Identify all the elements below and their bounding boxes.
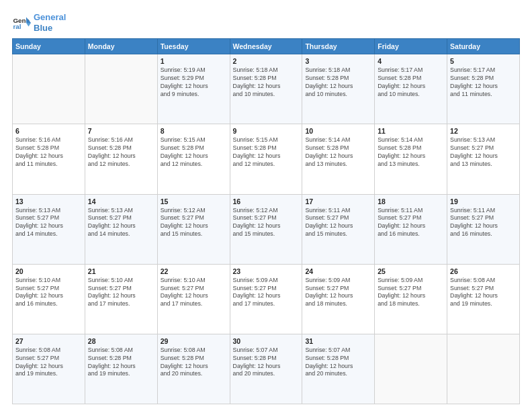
day-info: Sunrise: 5:10 AM Sunset: 5:27 PM Dayligh… <box>15 277 82 309</box>
calendar-cell: 30Sunrise: 5:07 AM Sunset: 5:28 PM Dayli… <box>230 334 302 404</box>
day-number: 22 <box>161 267 227 275</box>
calendar-cell: 6Sunrise: 5:16 AM Sunset: 5:28 PM Daylig… <box>13 124 85 194</box>
day-number: 23 <box>233 267 300 275</box>
calendar-cell <box>447 334 520 404</box>
logo-general: General <box>34 12 66 22</box>
day-info: Sunrise: 5:08 AM Sunset: 5:28 PM Dayligh… <box>161 347 227 379</box>
calendar-cell: 11Sunrise: 5:14 AM Sunset: 5:28 PM Dayli… <box>375 124 447 194</box>
calendar-cell <box>375 334 447 404</box>
day-number: 26 <box>450 267 517 275</box>
day-number: 31 <box>305 337 371 345</box>
day-info: Sunrise: 5:14 AM Sunset: 5:28 PM Dayligh… <box>378 136 444 169</box>
logo-icon: Gene ral <box>12 13 31 32</box>
calendar-cell: 7Sunrise: 5:16 AM Sunset: 5:28 PM Daylig… <box>85 124 157 194</box>
logo-text: General Blue <box>34 12 66 33</box>
logo-blue: Blue <box>34 23 52 33</box>
calendar-cell: 2Sunrise: 5:18 AM Sunset: 5:28 PM Daylig… <box>230 54 302 124</box>
day-info: Sunrise: 5:12 AM Sunset: 5:27 PM Dayligh… <box>233 207 300 239</box>
calendar-cell: 3Sunrise: 5:18 AM Sunset: 5:28 PM Daylig… <box>302 54 375 124</box>
day-number: 11 <box>378 127 444 135</box>
day-info: Sunrise: 5:08 AM Sunset: 5:27 PM Dayligh… <box>450 277 517 309</box>
calendar-cell: 10Sunrise: 5:14 AM Sunset: 5:28 PM Dayli… <box>302 124 375 194</box>
calendar-cell: 27Sunrise: 5:08 AM Sunset: 5:27 PM Dayli… <box>13 334 85 404</box>
day-number: 10 <box>305 127 371 135</box>
day-info: Sunrise: 5:12 AM Sunset: 5:27 PM Dayligh… <box>161 207 227 239</box>
svg-marker-3 <box>26 23 31 27</box>
day-info: Sunrise: 5:16 AM Sunset: 5:28 PM Dayligh… <box>15 136 82 169</box>
day-info: Sunrise: 5:15 AM Sunset: 5:28 PM Dayligh… <box>233 136 300 169</box>
day-number: 18 <box>378 197 444 205</box>
calendar-cell: 15Sunrise: 5:12 AM Sunset: 5:27 PM Dayli… <box>157 194 230 264</box>
calendar-cell: 22Sunrise: 5:10 AM Sunset: 5:27 PM Dayli… <box>157 264 230 334</box>
weekday-header-tuesday: Tuesday <box>157 39 230 54</box>
calendar-cell: 18Sunrise: 5:11 AM Sunset: 5:27 PM Dayli… <box>375 194 447 264</box>
day-info: Sunrise: 5:09 AM Sunset: 5:27 PM Dayligh… <box>305 277 371 309</box>
day-number: 6 <box>15 127 82 135</box>
day-number: 7 <box>88 127 154 135</box>
calendar-cell: 8Sunrise: 5:15 AM Sunset: 5:28 PM Daylig… <box>157 124 230 194</box>
day-info: Sunrise: 5:17 AM Sunset: 5:28 PM Dayligh… <box>450 66 517 99</box>
calendar-body: 1Sunrise: 5:19 AM Sunset: 5:29 PM Daylig… <box>13 54 520 404</box>
week-row: 20Sunrise: 5:10 AM Sunset: 5:27 PM Dayli… <box>13 264 520 334</box>
day-info: Sunrise: 5:08 AM Sunset: 5:28 PM Dayligh… <box>88 347 154 379</box>
day-number: 9 <box>233 127 300 135</box>
weekday-header-sunday: Sunday <box>13 39 85 54</box>
day-info: Sunrise: 5:16 AM Sunset: 5:28 PM Dayligh… <box>88 136 154 169</box>
calendar-cell: 4Sunrise: 5:17 AM Sunset: 5:28 PM Daylig… <box>375 54 447 124</box>
day-number: 15 <box>161 197 227 205</box>
calendar-cell: 24Sunrise: 5:09 AM Sunset: 5:27 PM Dayli… <box>302 264 375 334</box>
calendar-cell: 21Sunrise: 5:10 AM Sunset: 5:27 PM Dayli… <box>85 264 157 334</box>
day-info: Sunrise: 5:10 AM Sunset: 5:27 PM Dayligh… <box>161 277 227 309</box>
svg-text:ral: ral <box>13 23 21 30</box>
day-number: 8 <box>161 127 227 135</box>
calendar-cell: 28Sunrise: 5:08 AM Sunset: 5:28 PM Dayli… <box>85 334 157 404</box>
calendar-header: SundayMondayTuesdayWednesdayThursdayFrid… <box>13 39 520 54</box>
day-info: Sunrise: 5:18 AM Sunset: 5:28 PM Dayligh… <box>233 66 300 99</box>
logo: Gene ral General Blue <box>12 12 66 33</box>
calendar-cell: 25Sunrise: 5:09 AM Sunset: 5:27 PM Dayli… <box>375 264 447 334</box>
calendar-cell: 29Sunrise: 5:08 AM Sunset: 5:28 PM Dayli… <box>157 334 230 404</box>
calendar: SundayMondayTuesdayWednesdayThursdayFrid… <box>12 38 520 404</box>
day-number: 17 <box>305 197 371 205</box>
calendar-cell: 23Sunrise: 5:09 AM Sunset: 5:27 PM Dayli… <box>230 264 302 334</box>
day-number: 27 <box>15 337 82 345</box>
day-info: Sunrise: 5:07 AM Sunset: 5:28 PM Dayligh… <box>305 347 371 379</box>
week-row: 1Sunrise: 5:19 AM Sunset: 5:29 PM Daylig… <box>13 54 520 124</box>
calendar-cell: 17Sunrise: 5:11 AM Sunset: 5:27 PM Dayli… <box>302 194 375 264</box>
day-info: Sunrise: 5:09 AM Sunset: 5:27 PM Dayligh… <box>378 277 444 309</box>
calendar-cell: 16Sunrise: 5:12 AM Sunset: 5:27 PM Dayli… <box>230 194 302 264</box>
day-number: 30 <box>233 337 300 345</box>
day-info: Sunrise: 5:13 AM Sunset: 5:27 PM Dayligh… <box>450 136 517 169</box>
day-number: 24 <box>305 267 371 275</box>
day-info: Sunrise: 5:17 AM Sunset: 5:28 PM Dayligh… <box>378 66 444 99</box>
day-info: Sunrise: 5:13 AM Sunset: 5:27 PM Dayligh… <box>88 207 154 239</box>
day-info: Sunrise: 5:13 AM Sunset: 5:27 PM Dayligh… <box>15 207 82 239</box>
day-number: 12 <box>450 127 517 135</box>
header: Gene ral General Blue <box>12 12 520 33</box>
calendar-cell: 20Sunrise: 5:10 AM Sunset: 5:27 PM Dayli… <box>13 264 85 334</box>
day-info: Sunrise: 5:11 AM Sunset: 5:27 PM Dayligh… <box>305 207 371 239</box>
calendar-cell <box>13 54 85 124</box>
day-info: Sunrise: 5:14 AM Sunset: 5:28 PM Dayligh… <box>305 136 371 169</box>
weekday-header-wednesday: Wednesday <box>230 39 302 54</box>
day-number: 20 <box>15 267 82 275</box>
calendar-cell: 14Sunrise: 5:13 AM Sunset: 5:27 PM Dayli… <box>85 194 157 264</box>
week-row: 6Sunrise: 5:16 AM Sunset: 5:28 PM Daylig… <box>13 124 520 194</box>
day-number: 14 <box>88 197 154 205</box>
week-row: 13Sunrise: 5:13 AM Sunset: 5:27 PM Dayli… <box>13 194 520 264</box>
day-info: Sunrise: 5:08 AM Sunset: 5:27 PM Dayligh… <box>15 347 82 379</box>
weekday-header-friday: Friday <box>375 39 447 54</box>
day-number: 2 <box>233 57 300 65</box>
day-number: 25 <box>378 267 444 275</box>
day-info: Sunrise: 5:15 AM Sunset: 5:28 PM Dayligh… <box>161 136 227 169</box>
page: Gene ral General Blue SundayMondayTuesda… <box>0 0 532 411</box>
calendar-cell: 1Sunrise: 5:19 AM Sunset: 5:29 PM Daylig… <box>157 54 230 124</box>
day-info: Sunrise: 5:07 AM Sunset: 5:28 PM Dayligh… <box>233 347 300 379</box>
day-info: Sunrise: 5:09 AM Sunset: 5:27 PM Dayligh… <box>233 277 300 309</box>
calendar-cell: 19Sunrise: 5:11 AM Sunset: 5:27 PM Dayli… <box>447 194 520 264</box>
day-number: 29 <box>161 337 227 345</box>
calendar-cell: 31Sunrise: 5:07 AM Sunset: 5:28 PM Dayli… <box>302 334 375 404</box>
day-number: 16 <box>233 197 300 205</box>
calendar-cell: 13Sunrise: 5:13 AM Sunset: 5:27 PM Dayli… <box>13 194 85 264</box>
day-info: Sunrise: 5:10 AM Sunset: 5:27 PM Dayligh… <box>88 277 154 309</box>
